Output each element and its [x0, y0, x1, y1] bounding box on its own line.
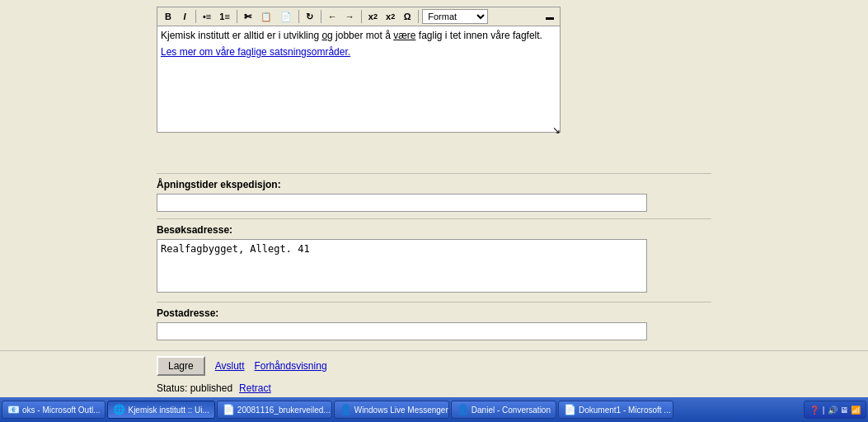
toolbar-separator-3	[298, 10, 299, 23]
editor-link[interactable]: Les mer om våre faglige satsningsområder…	[161, 46, 350, 58]
taskbar-item-outlook[interactable]: 📧 oks - Microsoft Outl...	[2, 401, 106, 419]
undo2-button[interactable]: ↻	[303, 9, 317, 24]
undo-button[interactable]: ←	[325, 9, 340, 24]
outlook-icon: 📧	[7, 404, 20, 415]
besoksadresse-label: Besøksadresse:	[157, 224, 711, 236]
bruker-icon: 📄	[223, 404, 235, 415]
editor-paragraph-1: Kjemisk institutt er alltid er i utvikli…	[161, 30, 556, 41]
kjemisk-icon: 🌐	[113, 404, 125, 415]
taskbar: 📧 oks - Microsoft Outl... 🌐 Kjemisk inst…	[0, 397, 868, 422]
editor-paragraph-2: Les mer om våre faglige satsningsområder…	[161, 46, 556, 58]
help-icon[interactable]: ❓	[809, 406, 819, 415]
taskbar-item-kjemisk-label: Kjemisk institutt :: Ui...	[128, 406, 209, 415]
besoksadresse-group: Besøksadresse: Realfagbygget, Allegt. 41	[157, 218, 711, 295]
action-bar: Lagre Avslutt Forhåndsvisning	[0, 350, 868, 381]
apningstider-input[interactable]	[157, 194, 647, 212]
taskbar-item-messenger[interactable]: 👤 Windows Live Messenger	[334, 401, 449, 419]
toolbar-separator-6	[418, 10, 419, 23]
taskbar-tray: ❓ | 🔊 🖥 📶	[804, 401, 866, 419]
taskbar-item-bruker-label: 20081116_brukerveiled...	[237, 406, 331, 415]
save-button[interactable]: Lagre	[157, 356, 205, 376]
rich-text-editor[interactable]: Kjemisk institutt er alltid er i utvikli…	[157, 26, 561, 133]
postadresse-input[interactable]	[157, 322, 647, 340]
taskbar-item-messenger-label: Windows Live Messenger	[354, 406, 448, 415]
tray-icons: 🔊 🖥 📶	[828, 406, 861, 415]
editor-resize-handle[interactable]: ↘	[552, 124, 561, 133]
special-char-button[interactable]: Ω	[400, 9, 415, 24]
copy-button[interactable]: 📋	[257, 9, 275, 24]
postadresse-label: Postadresse:	[157, 307, 711, 319]
besoksadresse-textarea[interactable]: Realfagbygget, Allegt. 41	[157, 239, 647, 293]
form-section: Åpningstider ekspedisjon: Besøksadresse:…	[0, 166, 868, 350]
bold-button[interactable]: B	[161, 9, 176, 24]
tray-separator: |	[823, 406, 825, 415]
taskbar-item-daniel-label: Daniel - Conversation	[472, 406, 551, 415]
editor-wrapper: Kjemisk institutt er alltid er i utvikli…	[157, 26, 561, 133]
ordered-list-button[interactable]: 1≡	[216, 9, 233, 24]
italic-button[interactable]: I	[177, 9, 192, 24]
cancel-button[interactable]: Avslutt	[215, 360, 245, 372]
rich-text-toolbar: B I •≡ 1≡ ✄ 📋 📄 ↻ ← → x2 x2 Ω Format Par…	[157, 7, 561, 26]
daniel-icon: 👤	[457, 404, 469, 415]
apningstider-label: Åpningstider ekspedisjon:	[157, 179, 711, 190]
taskbar-item-outlook-label: oks - Microsoft Outl...	[22, 406, 100, 415]
word-icon: 📄	[564, 404, 576, 415]
messenger-icon: 👤	[340, 404, 352, 415]
status-bar: Status: published Retract	[0, 381, 868, 397]
taskbar-item-daniel[interactable]: 👤 Daniel - Conversation	[451, 401, 556, 419]
cut-button[interactable]: ✄	[241, 9, 256, 24]
toolbar-separator-2	[237, 10, 237, 23]
apningstider-group: Åpningstider ekspedisjon:	[157, 173, 711, 212]
superscript-button[interactable]: x2	[382, 9, 398, 24]
toolbar-separator-4	[321, 10, 321, 23]
expand-button[interactable]: ▬	[543, 9, 556, 24]
format-select[interactable]: Format Paragraph Heading 1 Heading 2 Hea…	[422, 9, 488, 24]
preview-button[interactable]: Forhåndsvisning	[255, 360, 327, 372]
toolbar-separator-5	[361, 10, 362, 23]
unordered-list-button[interactable]: •≡	[199, 9, 214, 24]
postadresse-group: Postadresse:	[157, 302, 711, 340]
taskbar-item-kjemisk[interactable]: 🌐 Kjemisk institutt :: Ui...	[107, 401, 214, 419]
subscript-button[interactable]: x2	[365, 9, 381, 24]
status-text: Status: published	[157, 382, 232, 394]
taskbar-item-bruker[interactable]: 📄 20081116_brukerveiled...	[217, 401, 332, 419]
taskbar-item-word-label: Dokument1 - Microsoft ...	[579, 406, 671, 415]
retract-link[interactable]: Retract	[239, 382, 271, 394]
redo-button[interactable]: →	[342, 9, 358, 24]
toolbar-separator-1	[195, 10, 196, 23]
taskbar-item-word[interactable]: 📄 Dokument1 - Microsoft ...	[558, 401, 673, 419]
paste-button[interactable]: 📄	[277, 9, 295, 24]
